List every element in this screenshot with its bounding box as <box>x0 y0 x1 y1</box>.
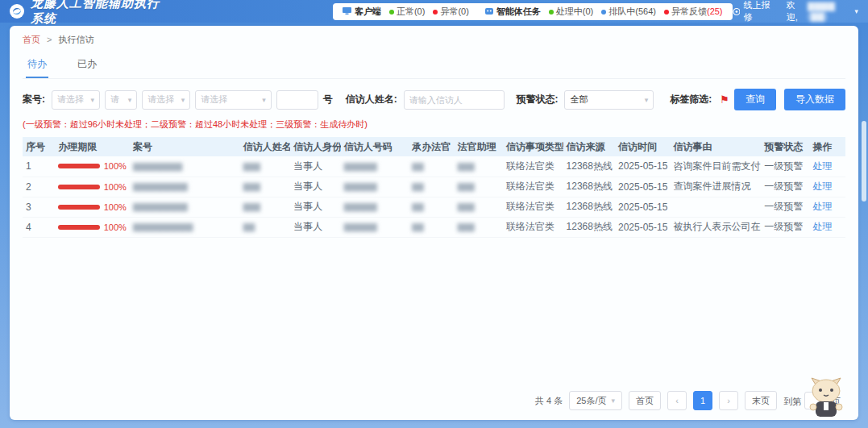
progress-cell: 100% <box>55 217 130 237</box>
pagination: 共 4 条 25条/页▾ 首页 ‹ 1 › 末页 到第页 <box>535 391 841 410</box>
filter-buttons: 查询 导入数据 <box>734 89 845 110</box>
identity-cell: 当事人 <box>290 156 340 177</box>
warning-status-cell: 一级预警 <box>761 177 809 197</box>
username: ▇▇▇▇ (▇▇) <box>808 1 851 22</box>
breadcrumb-home-link[interactable]: 首页 <box>23 35 40 44</box>
tab-done[interactable]: 已办 <box>76 54 98 78</box>
app-window: { "colors": { "accent": "#4285d6", "butt… <box>0 0 868 428</box>
progress-bar <box>58 164 99 168</box>
progress-percent: 100% <box>104 222 127 232</box>
case-type-select[interactable]: 请选择▾ <box>142 90 190 110</box>
user-menu[interactable]: 欢迎, ▇▇▇▇ (▇▇) ▾ <box>787 0 858 23</box>
progress-percent: 100% <box>104 202 127 212</box>
current-page-button[interactable]: 1 <box>693 391 712 410</box>
progress-percent: 100% <box>104 161 127 171</box>
col-header: 法官助理 <box>455 137 503 156</box>
phone-cell: ▇▇▇▇▇▇ <box>341 217 409 237</box>
headset-icon <box>733 7 741 16</box>
case-court-select[interactable]: 请▾ <box>105 90 137 110</box>
petition-table: 序号 办理期限 案号 信访人姓名 信访人身份 信访人号码 承办法官 法官助理 信… <box>23 137 845 238</box>
row-index: 1 <box>23 156 55 177</box>
handle-link[interactable]: 处理 <box>813 221 833 232</box>
table-row: 2 100% ▇▇▇▇▇▇▇▇▇▇ ▇▇▇ 当事人 ▇▇▇▇▇▇ ▇▇ ▇▇▇ … <box>23 177 845 197</box>
prev-page-button[interactable]: ‹ <box>667 391 687 410</box>
row-index: 4 <box>23 217 55 237</box>
warning-status-select[interactable]: 全部▾ <box>564 90 654 110</box>
case-number-label: 案号: <box>23 93 45 106</box>
page-size-select[interactable]: 25条/页▾ <box>569 391 622 410</box>
col-header: 信访事项类型 <box>503 137 563 156</box>
chevron-down-icon: ▾ <box>854 7 858 15</box>
total-count: 共 4 条 <box>535 395 563 407</box>
tab-bar: 待办 已办 <box>23 54 845 79</box>
petition-type-cell: 联络法官类 <box>503 197 563 217</box>
search-button[interactable]: 查询 <box>734 89 776 110</box>
handle-link[interactable]: 处理 <box>813 181 833 192</box>
chevron-down-icon: ▾ <box>90 96 94 104</box>
petitioner-name-input-field[interactable] <box>409 95 500 105</box>
petition-type-cell: 联络法官类 <box>503 156 563 177</box>
last-page-button[interactable]: 末页 <box>745 391 777 410</box>
petitioner-name-cell: ▇▇▇ <box>240 177 290 197</box>
green-dot-icon <box>549 10 554 15</box>
client-normal-stat: 正常(0) <box>389 6 425 18</box>
source-cell: 12368热线 <box>563 156 615 177</box>
agent-queue-stat: 排队中(564) <box>601 6 656 18</box>
top-header: 龙藤人工智能辅助执行系统 客户端 正常(0) 异常(0) 智能体任务 处理中(0… <box>0 0 868 23</box>
next-page-button[interactable]: › <box>719 391 738 410</box>
red-dot-icon <box>664 10 669 15</box>
col-header: 预警状态 <box>761 137 809 156</box>
case-number-cell: ▇▇▇▇▇▇▇▇▇ <box>130 156 240 177</box>
progress-percent: 100% <box>104 182 127 192</box>
col-header: 信访来源 <box>563 137 615 156</box>
breadcrumb-current: 执行信访 <box>59 35 94 44</box>
warning-status-cell: 一级预警 <box>761 217 809 237</box>
tab-todo[interactable]: 待办 <box>26 54 48 78</box>
client-status-label: 客户端 <box>343 6 381 18</box>
progress-cell: 100% <box>55 177 130 197</box>
app-title: 龙藤人工智能辅助执行系统 <box>31 0 172 27</box>
red-flag-icon[interactable]: ⚑ <box>720 93 729 106</box>
col-header: 信访人身份 <box>290 137 340 156</box>
petitioner-name-cell: ▇▇▇ <box>240 197 290 217</box>
handle-link[interactable]: 处理 <box>813 160 833 172</box>
scrollbar-thumb[interactable] <box>862 121 866 202</box>
assistant-cell: ▇▇▇ <box>455 156 503 177</box>
petitioner-name-label: 信访人姓名: <box>346 93 397 106</box>
progress-bar <box>58 185 99 189</box>
col-header: 承办法官 <box>409 137 454 156</box>
phone-cell: ▇▇▇▇▇▇ <box>341 197 409 217</box>
case-number-cell: ▇▇▇▇▇▇▇▇▇▇▇ <box>130 217 240 237</box>
case-number-input-field[interactable] <box>282 95 313 105</box>
identity-cell: 当事人 <box>290 177 340 197</box>
progress-bar <box>58 225 99 230</box>
case-category-select[interactable]: 请选择▾ <box>195 90 272 110</box>
agent-feedback-stat: 异常反馈(25) <box>664 6 723 18</box>
robot-icon <box>485 7 493 15</box>
time-cell: 2025-05-15 0... <box>615 156 670 177</box>
chevron-down-icon: ▾ <box>262 96 266 104</box>
time-cell: 2025-05-15 1... <box>615 197 670 217</box>
petitioner-name-input[interactable] <box>404 90 505 110</box>
case-year-select[interactable]: 请选择▾ <box>52 90 100 110</box>
green-dot-icon <box>389 10 394 15</box>
import-data-button[interactable]: 导入数据 <box>784 89 845 110</box>
time-cell: 2025-05-15 1... <box>615 177 670 197</box>
source-cell: 12368热线 <box>563 197 615 217</box>
table-row: 1 100% ▇▇▇▇▇▇▇▇▇ ▇▇▇ 当事人 ▇▇▇▇▇▇ ▇▇ ▇▇▇ 联… <box>23 156 845 177</box>
handle-link[interactable]: 处理 <box>813 201 833 212</box>
chevron-down-icon: ▾ <box>645 96 649 104</box>
welcome-text: 欢迎, <box>787 0 804 23</box>
petitioner-name-cell: ▇▇ <box>240 217 290 237</box>
first-page-button[interactable]: 首页 <box>629 391 661 410</box>
mascot-character[interactable] <box>805 373 847 418</box>
phone-cell: ▇▇▇▇▇▇ <box>341 177 409 197</box>
time-cell: 2025-05-15 1... <box>615 217 670 237</box>
online-repair-button[interactable]: 线上报修 <box>733 0 775 23</box>
case-number-input[interactable] <box>276 90 318 110</box>
reason-cell: 查询案件进展情况 <box>670 177 761 197</box>
reason-cell <box>670 197 761 217</box>
progress-cell: 100% <box>55 156 130 177</box>
col-header: 信访事由 <box>670 137 761 156</box>
col-header: 办理期限 <box>55 137 130 156</box>
